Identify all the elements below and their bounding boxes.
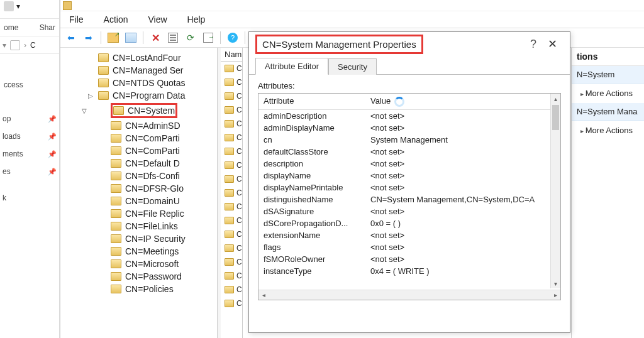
column-header-name[interactable]: Nam xyxy=(221,48,242,62)
scroll-down-button[interactable]: ▾ xyxy=(551,278,560,288)
attribute-row[interactable]: description<not set> xyxy=(258,158,550,170)
list-item[interactable]: C xyxy=(221,269,242,283)
tree-item[interactable]: CN=Dfs-Confi xyxy=(60,170,217,182)
tree-item[interactable]: CN=File Replic xyxy=(60,207,217,220)
dialog-close-button[interactable]: ✕ xyxy=(541,35,564,53)
dialog-titlebar[interactable]: CN=System Management Properties ? ✕ xyxy=(249,32,570,56)
attribute-row[interactable]: instanceType0x4 = ( WRITE ) xyxy=(258,265,550,277)
list-item[interactable]: C xyxy=(221,241,242,255)
list-item[interactable]: C xyxy=(221,158,242,172)
scroll-thumb[interactable] xyxy=(552,105,559,130)
attribute-row[interactable]: fSMORoleOwner<not set> xyxy=(258,253,550,265)
attribute-value: <not set> xyxy=(370,183,545,192)
properties-button[interactable] xyxy=(166,31,180,45)
attribute-row[interactable]: dSCorePropagationD...0x0 = ( ) xyxy=(258,217,550,229)
delete-button[interactable]: ✕ xyxy=(148,31,162,45)
list-item[interactable]: C xyxy=(221,255,242,269)
nav-item[interactable]: k xyxy=(3,194,57,202)
help-button[interactable]: ? xyxy=(226,31,240,45)
menu-file[interactable]: File xyxy=(67,13,86,26)
menu-view[interactable]: View xyxy=(145,13,169,26)
list-item[interactable]: C xyxy=(221,62,242,75)
attribute-row[interactable]: defaultClassStore<not set> xyxy=(258,146,550,158)
tree-item[interactable]: CN=DomainU xyxy=(60,195,217,207)
nav-item[interactable]: loads📌 xyxy=(3,132,57,141)
tree-pane[interactable]: CN=LostAndFour CN=Managed Ser CN=NTDS Qu… xyxy=(60,48,218,338)
folder-icon xyxy=(225,258,234,266)
back-button[interactable]: ⬅ xyxy=(64,31,78,45)
quick-access-label[interactable]: ccess xyxy=(4,80,23,89)
list-item[interactable]: C xyxy=(221,103,242,117)
column-header-attribute[interactable]: Attribute xyxy=(264,96,370,107)
tree-item[interactable]: CN=FileLinks xyxy=(60,220,217,232)
column-header-value[interactable]: Value xyxy=(370,96,404,107)
tree-item[interactable]: CN=AdminSD xyxy=(60,119,217,132)
scroll-left-button[interactable]: ◂ xyxy=(258,290,269,300)
tree-item[interactable]: CN=DFSR-Glo xyxy=(60,182,217,195)
tree-item[interactable]: CN=NTDS Quotas xyxy=(60,77,217,89)
export-button[interactable] xyxy=(201,31,215,45)
result-list[interactable]: Nam CCCCCCCCCCCCCCCCCC xyxy=(221,48,243,338)
list-item[interactable]: C xyxy=(221,297,242,310)
list-item[interactable]: C xyxy=(221,186,242,200)
pin-icon: 📌 xyxy=(48,115,57,123)
attribute-row[interactable]: distinguishedNameCN=System Management,CN… xyxy=(258,194,550,205)
tree-item[interactable]: CN=ComParti xyxy=(60,144,217,157)
list-item[interactable]: C xyxy=(221,131,242,144)
expand-toggle[interactable]: ▷ xyxy=(87,92,94,99)
list-item[interactable]: C xyxy=(221,89,242,103)
tree-item[interactable]: CN=IP Security xyxy=(60,232,217,245)
tree-item[interactable]: CN=Password xyxy=(60,270,217,283)
list-item[interactable]: C xyxy=(221,200,242,214)
tree-item[interactable]: CN=Managed Ser xyxy=(60,64,217,77)
list-item[interactable]: C xyxy=(221,117,242,131)
nav-item[interactable]: op📌 xyxy=(3,114,57,123)
tree-item[interactable]: CN=LostAndFour xyxy=(60,52,217,64)
list-item[interactable]: C xyxy=(221,227,242,241)
attribute-row[interactable]: dSASignature<not set> xyxy=(258,205,550,217)
list-item[interactable]: C xyxy=(221,144,242,158)
tree-item[interactable]: CN=Default D xyxy=(60,157,217,170)
attributes-listbox[interactable]: Attribute Value adminDescription<not set… xyxy=(258,93,561,300)
attribute-row[interactable]: extensionName<not set> xyxy=(258,229,550,241)
attribute-row[interactable]: displayNamePrintable<not set> xyxy=(258,182,550,194)
tree-item[interactable]: CN=Policies xyxy=(60,283,217,295)
tree-item-selected[interactable]: ▽ CN=System xyxy=(60,102,217,119)
more-actions[interactable]: More Actions xyxy=(572,121,644,140)
tree-item[interactable]: ▷CN=Program Data xyxy=(60,89,217,102)
up-button[interactable] xyxy=(106,31,120,45)
ribbon-share[interactable]: Shar xyxy=(40,23,55,32)
more-actions[interactable]: More Actions xyxy=(572,84,644,103)
scroll-up-button[interactable]: ▴ xyxy=(551,94,560,104)
menu-help[interactable]: Help xyxy=(185,13,208,26)
nav-item[interactable]: es📌 xyxy=(3,167,57,176)
attribute-row[interactable]: cnSystem Management xyxy=(258,134,550,146)
horizontal-scrollbar[interactable]: ◂ ▸ xyxy=(258,290,560,300)
history-split-icon[interactable]: ▾ xyxy=(3,41,6,50)
ribbon-home[interactable]: ome xyxy=(4,23,18,32)
list-item[interactable]: C xyxy=(221,172,242,186)
tree-item[interactable]: CN=Meetings xyxy=(60,245,217,258)
refresh-button[interactable]: ⟳ xyxy=(184,31,197,45)
nav-item[interactable]: ments📌 xyxy=(3,150,57,158)
list-item[interactable]: C xyxy=(221,75,242,89)
attribute-row[interactable]: adminDisplayName<not set> xyxy=(258,122,550,134)
dialog-help-button[interactable]: ? xyxy=(525,35,541,53)
menu-action[interactable]: Action xyxy=(101,13,131,26)
attribute-row[interactable]: adminDescription<not set> xyxy=(258,110,550,122)
list-item[interactable]: C xyxy=(221,283,242,297)
path-fragment[interactable]: C xyxy=(30,41,36,50)
show-pane-button[interactable] xyxy=(124,31,138,45)
attribute-row[interactable]: displayName<not set> xyxy=(258,170,550,182)
list-item[interactable]: C xyxy=(221,214,242,227)
tab-security[interactable]: Security xyxy=(328,58,377,75)
forward-button[interactable]: ➡ xyxy=(82,31,96,45)
vertical-scrollbar[interactable]: ▴ ▾ xyxy=(550,94,560,288)
attributes-header[interactable]: Attribute Value xyxy=(258,94,560,110)
scroll-right-button[interactable]: ▸ xyxy=(550,290,560,300)
collapse-toggle[interactable]: ▽ xyxy=(80,107,88,114)
attribute-row[interactable]: flags<not set> xyxy=(258,241,550,253)
tab-attribute-editor[interactable]: Attribute Editor xyxy=(255,58,328,75)
tree-item[interactable]: CN=ComParti xyxy=(60,132,217,144)
tree-item[interactable]: CN=Microsoft xyxy=(60,258,217,270)
